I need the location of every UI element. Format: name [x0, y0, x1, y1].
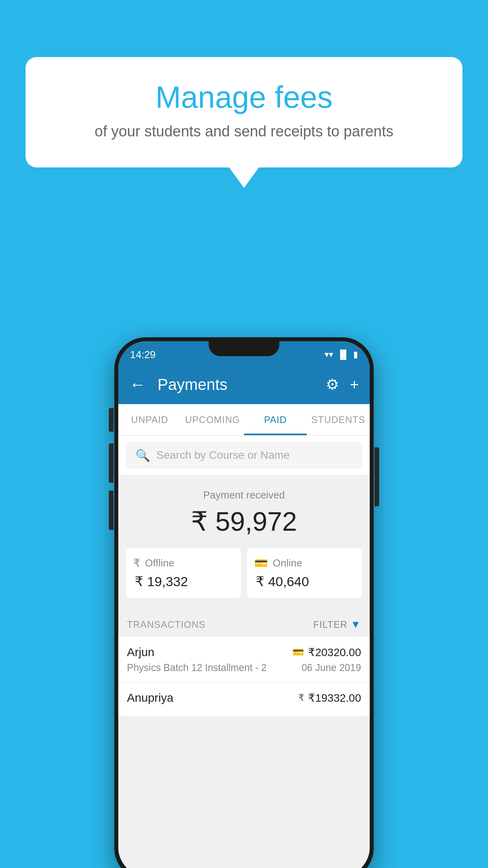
offline-card-header: ₹ Offline: [133, 557, 174, 570]
transaction-row-1: Arjun 💳 ₹20320.00: [127, 645, 361, 659]
side-button-3: [109, 491, 114, 530]
transaction-course: Physics Batch 12 Installment - 2: [127, 662, 267, 673]
online-amount: ₹ 40,640: [256, 574, 309, 589]
phone-screen: 14:29 ▾▾ ▐▌ ▮ ← Payments ⚙ + UNPAID UPCO…: [118, 341, 370, 868]
tab-upcoming[interactable]: UPCOMING: [181, 404, 244, 435]
transaction-list: Arjun 💳 ₹20320.00 Physics Batch 12 Insta…: [118, 637, 370, 717]
payment-type-icon: ₹: [298, 692, 304, 703]
search-container: 🔍 Search by Course or Name: [118, 436, 370, 475]
transaction-name: Arjun: [127, 645, 154, 659]
search-bar[interactable]: 🔍 Search by Course or Name: [126, 442, 362, 469]
transaction-name: Anupriya: [127, 691, 173, 704]
tab-bar: UNPAID UPCOMING PAID STUDENTS: [118, 404, 370, 436]
speech-bubble-container: Manage fees of your students and send re…: [26, 57, 462, 167]
add-button[interactable]: +: [350, 376, 359, 393]
app-bar: ← Payments ⚙ +: [118, 365, 370, 404]
battery-icon: ▮: [353, 349, 358, 360]
filter-icon: ▼: [350, 618, 361, 631]
payment-received-label: Payment received: [126, 489, 362, 501]
signal-icon: ▐▌: [337, 349, 349, 360]
app-bar-title: Payments: [158, 376, 318, 394]
online-card-header: 💳 Online: [254, 557, 302, 570]
transaction-amount: ₹20320.00: [308, 646, 361, 659]
payment-total-amount: ₹ 59,972: [126, 506, 362, 537]
offline-payment-card: ₹ Offline ₹ 19,332: [126, 548, 241, 598]
online-payment-card: 💳 Online ₹ 40,640: [247, 548, 362, 598]
transaction-amount: ₹19332.00: [308, 691, 361, 704]
online-icon: 💳: [254, 557, 268, 570]
transaction-item[interactable]: Arjun 💳 ₹20320.00 Physics Batch 12 Insta…: [118, 637, 370, 682]
offline-label: Offline: [145, 557, 174, 569]
filter-button[interactable]: FILTER ▼: [313, 618, 361, 631]
transaction-row-1: Anupriya ₹ ₹19332.00: [127, 691, 361, 704]
side-button-1: [109, 408, 114, 432]
tab-students[interactable]: STUDENTS: [307, 404, 370, 435]
app-bar-actions: ⚙ +: [326, 376, 359, 393]
transactions-header: TRANSACTIONS FILTER ▼: [118, 609, 370, 637]
side-button-2: [109, 443, 114, 483]
transaction-date: 06 June 2019: [301, 662, 361, 673]
transaction-item[interactable]: Anupriya ₹ ₹19332.00: [118, 682, 370, 717]
phone-notch: [209, 341, 279, 356]
payment-type-icon: 💳: [292, 647, 304, 658]
status-time: 14:29: [130, 349, 156, 361]
tab-paid[interactable]: PAID: [244, 404, 307, 435]
bubble-subtitle: of your students and send receipts to pa…: [57, 123, 431, 140]
payment-summary: Payment received ₹ 59,972 ₹ Offline ₹ 19…: [118, 475, 370, 609]
offline-icon: ₹: [133, 557, 140, 570]
search-input[interactable]: Search by Course or Name: [156, 449, 290, 462]
bubble-title: Manage fees: [57, 81, 431, 114]
phone-frame: 14:29 ▾▾ ▐▌ ▮ ← Payments ⚙ + UNPAID UPCO…: [114, 337, 374, 868]
payment-cards: ₹ Offline ₹ 19,332 💳 Online ₹ 40,640: [126, 548, 362, 598]
transactions-label: TRANSACTIONS: [127, 619, 205, 630]
tab-unpaid[interactable]: UNPAID: [118, 404, 181, 435]
transaction-row-2: Physics Batch 12 Installment - 2 06 June…: [127, 662, 361, 673]
online-label: Online: [273, 557, 302, 569]
search-icon: 🔍: [136, 449, 150, 462]
transaction-amount-row: ₹ ₹19332.00: [298, 691, 361, 704]
transaction-amount-row: 💳 ₹20320.00: [292, 646, 361, 659]
offline-amount: ₹ 19,332: [135, 574, 188, 589]
filter-label: FILTER: [313, 619, 347, 630]
back-button[interactable]: ←: [129, 375, 146, 394]
side-button-power: [374, 447, 379, 506]
settings-icon[interactable]: ⚙: [326, 376, 339, 393]
wifi-icon: ▾▾: [325, 349, 333, 360]
speech-bubble: Manage fees of your students and send re…: [26, 57, 462, 167]
status-icons: ▾▾ ▐▌ ▮: [325, 349, 358, 360]
